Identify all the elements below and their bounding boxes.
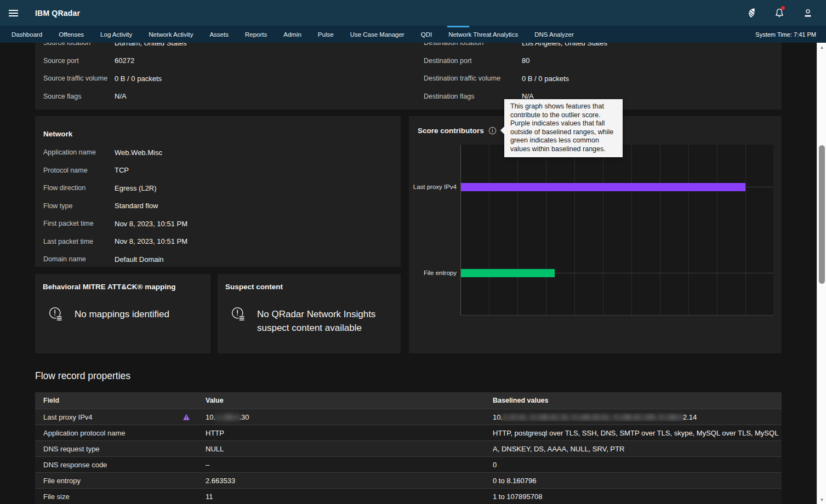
- network-panel-title: Network: [35, 121, 401, 144]
- person-glyph: [802, 8, 813, 19]
- property-label: Source flags: [43, 93, 115, 100]
- chart-bar-last-proxy-ipv4: [461, 183, 745, 191]
- tab-qdi[interactable]: QDI: [413, 26, 440, 43]
- property-row: Source port60272: [35, 52, 397, 70]
- property-label: Source traffic volume: [43, 75, 115, 82]
- mitre-empty-message: No mappings identified: [75, 307, 169, 321]
- property-label: Flow direction: [43, 184, 115, 192]
- property-label: Last packet time: [43, 238, 115, 245]
- cell-baselined: 0 to 8.160796: [493, 477, 782, 485]
- cell-baselined: 10.3.10.41, 9.136.42.15, 9.136.43.41, 9.…: [493, 413, 782, 421]
- notification-badge: [781, 6, 785, 10]
- property-value: 80: [522, 56, 529, 65]
- scroll-up-icon[interactable]: ▲: [817, 43, 826, 51]
- column-header-field: Field: [35, 397, 206, 404]
- value-suffix: .30: [239, 413, 249, 421]
- menu-icon[interactable]: [0, 0, 26, 26]
- tab-reports[interactable]: Reports: [237, 26, 275, 43]
- property-value: Standard flow: [115, 202, 158, 210]
- suspect-content-panel: Suspect content No QRadar Network Insigh…: [218, 274, 401, 353]
- scroll-down-icon[interactable]: ▼: [817, 496, 826, 503]
- sprout-leaf-glyph: [745, 7, 757, 19]
- cell-value: 10.1.136.4.30: [206, 413, 493, 421]
- property-label: Destination traffic volume: [424, 75, 522, 82]
- field-name: Application protocol name: [43, 429, 206, 437]
- info-glyph: [488, 127, 497, 135]
- warning-icon[interactable]: [183, 414, 190, 421]
- property-label: Source port: [43, 57, 115, 65]
- property-label: Destination location: [424, 43, 522, 47]
- tab-dashboard[interactable]: Dashboard: [3, 26, 50, 43]
- score-panel-title: Score contributors: [418, 127, 484, 135]
- property-label: Flow type: [43, 202, 115, 210]
- table-row: Application protocol nameHTTPHTTP, postg…: [35, 425, 782, 440]
- tab-network-activity[interactable]: Network Activity: [140, 26, 201, 43]
- tab-dns-analyzer[interactable]: DNS Analyzer: [526, 26, 582, 43]
- no-data-icon: [231, 306, 246, 322]
- property-value: N/A: [115, 92, 127, 100]
- redacted-value: 3.10.41, 9.136.42.15, 9.136.43.41, 9.136…: [503, 413, 683, 421]
- network-panel: Network Application nameWeb.Web.MiscProt…: [35, 116, 401, 267]
- value-suffix: 2.14: [683, 413, 697, 421]
- cell-field: DNS request type: [35, 445, 206, 453]
- vertical-scrollbar: ▲ ▼: [817, 43, 826, 504]
- field-name: File entropy: [43, 477, 206, 485]
- table-row: DNS request typeNULLA, DNSKEY, DS, AAAA,…: [35, 440, 782, 456]
- table-row: Last proxy IPv410.1.136.4.3010.3.10.41, …: [35, 409, 782, 425]
- property-value: Nov 8, 2023, 10:51 PM: [115, 237, 187, 245]
- scrollbar-thumb[interactable]: [819, 145, 825, 284]
- system-time: System Time: 7:41 PM: [755, 31, 826, 38]
- property-row: Destination locationLos Angeles, United …: [415, 43, 777, 52]
- user-icon[interactable]: [802, 7, 814, 19]
- cell-baselined: 1 to 107895708: [493, 492, 782, 501]
- property-label: Application name: [43, 148, 115, 156]
- tab-network-threat-analytics[interactable]: Network Threat Analytics: [440, 26, 526, 43]
- tab-use-case-manager[interactable]: Use Case Manager: [342, 26, 413, 43]
- tab-assets[interactable]: Assets: [201, 26, 237, 43]
- cell-baselined: 0: [493, 461, 782, 469]
- ibm-security-icon[interactable]: [745, 7, 757, 19]
- notifications-icon[interactable]: [773, 7, 785, 19]
- table-body: Last proxy IPv410.1.136.4.3010.3.10.41, …: [35, 409, 782, 504]
- field-name: DNS request type: [43, 445, 206, 453]
- property-row: Source flagsN/A: [35, 88, 397, 106]
- tab-offenses[interactable]: Offenses: [50, 26, 92, 43]
- cell-baselined: HTTP, postgresql over TLS, SSH, DNS, SMT…: [493, 429, 782, 437]
- chart-bar-file-entropy: [461, 269, 555, 277]
- suspect-empty-message: No QRadar Network Insights suspect conte…: [257, 307, 392, 335]
- cell-field: Application protocol name: [35, 429, 206, 437]
- property-label: Protocol name: [43, 167, 115, 174]
- property-row: Flow typeStandard flow: [35, 197, 401, 215]
- table-row: DNS response code–0: [35, 456, 782, 472]
- cell-value: 2.663533: [206, 477, 493, 485]
- cell-field: DNS response code: [35, 461, 206, 469]
- tab-label: Dashboard: [12, 31, 42, 38]
- header-actions: [745, 7, 826, 19]
- flow-details-panel: Source locationDurham, United StatesSour…: [35, 43, 782, 110]
- source-details: Source locationDurham, United StatesSour…: [35, 43, 397, 105]
- property-row: Last packet timeNov 8, 2023, 10:51 PM: [35, 233, 401, 251]
- tab-label: DNS Analyzer: [534, 31, 574, 38]
- property-value: Egress (L2R): [115, 184, 157, 192]
- property-label: First packet time: [43, 220, 115, 227]
- property-row: Domain nameDefault Domain: [35, 250, 401, 268]
- suspect-panel-title: Suspect content: [225, 283, 393, 291]
- tab-log-activity[interactable]: Log Activity: [92, 26, 140, 43]
- property-row: Application nameWeb.Web.Misc: [35, 144, 401, 162]
- property-value: Durham, United States: [115, 43, 187, 47]
- field-name: File size: [43, 492, 206, 501]
- cell-value: 11: [206, 492, 493, 501]
- redacted-value: 1.136.4: [215, 413, 239, 421]
- chart-category-label: File entropy: [406, 270, 457, 276]
- tab-admin[interactable]: Admin: [275, 26, 310, 43]
- tab-pulse[interactable]: Pulse: [310, 26, 342, 43]
- flow-record-properties-table: Field Value Baselined values Last proxy …: [35, 392, 782, 504]
- value-prefix: 10.: [493, 413, 503, 421]
- tab-label: Pulse: [318, 31, 334, 38]
- property-row: Protocol nameTCP: [35, 162, 401, 180]
- column-header-baselined: Baselined values: [493, 397, 782, 404]
- info-icon[interactable]: [488, 127, 497, 135]
- mitre-mapping-panel: Behavioral MITRE ATT&CK® mapping No mapp…: [35, 274, 210, 353]
- app-title: IBM QRadar: [35, 9, 80, 18]
- cell-field: File entropy: [35, 477, 206, 485]
